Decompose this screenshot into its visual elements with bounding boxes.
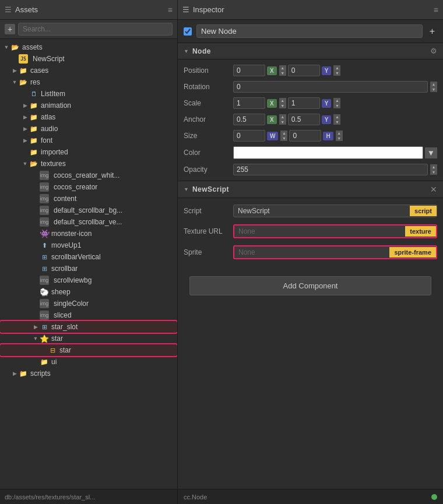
scale-x-down[interactable]: ▼ [279,103,286,108]
size-w-input[interactable] [233,130,265,142]
arrow-audio[interactable] [21,126,29,132]
anchor-y-input[interactable] [288,114,320,125]
tree-item-cocos1[interactable]: img cocos_creator_whit... [0,170,177,181]
tree-item-res[interactable]: 📂 res [0,76,177,88]
inspector-menu-icon[interactable]: ≡ [434,5,438,15]
sprite-badge[interactable]: sprite-frame [389,247,436,258]
tree-item-sliced[interactable]: img sliced [0,309,177,321]
scale-y-up[interactable]: ▲ [333,98,340,103]
size-w-down[interactable]: ▼ [280,136,287,141]
opacity-up[interactable]: ▲ [430,164,437,170]
tree-item-ui[interactable]: 📁 ui [0,356,177,368]
position-x-down[interactable]: ▼ [279,71,286,76]
size-value: W ▲ ▼ H ▲ ▼ [233,130,437,142]
tree-item-listitem[interactable]: 🗒 ListItem [0,88,177,100]
scale-x-up[interactable]: ▲ [279,98,286,103]
tree-item-assets[interactable]: 📂 assets [0,41,177,53]
tree-item-atlas[interactable]: 📁 atlas [0,111,177,123]
item-label-textures: textures [41,160,66,168]
position-x-input[interactable] [233,65,265,76]
position-y-up[interactable]: ▲ [333,65,340,71]
img-icon-sliced: img [40,311,49,320]
tree-item-scrollbarvert[interactable]: ⊞ scrollbarVertical [0,251,177,263]
arrow-star-folder[interactable] [31,336,40,341]
size-h-input[interactable] [289,130,321,142]
texture-label: Texture URL [184,227,233,235]
inspector-content: ▼ Node ⚙ Position X ▲ ▼ [178,43,443,489]
tree-item-scripts[interactable]: 📁 scripts [0,368,177,379]
tree-item-singlecolor[interactable]: img singleColor [0,298,177,309]
tree-item-scrollbar[interactable]: ⊞ scrollbar [0,263,177,274]
color-dropdown-btn[interactable]: ▼ [425,147,437,158]
item-label-scrollbar-ve: default_scrollbar_ve... [54,218,122,226]
tree-item-animation[interactable]: 📁 animation [0,100,177,111]
node-section-gear-icon[interactable]: ⚙ [430,47,437,55]
node-section-arrow[interactable]: ▼ [184,48,189,54]
tree-item-newscript[interactable]: JS NewScript [0,53,177,65]
newscript-section-close-icon[interactable]: ✕ [430,185,437,194]
tree-item-scrollbar-ve[interactable]: img default_scrollbar_ve... [0,216,177,228]
size-w-up[interactable]: ▲ [280,131,287,136]
node-name-input[interactable] [196,24,423,38]
tree-item-star-slot[interactable]: ⊞ star_slot [0,321,177,333]
tree-item-scrollbar-bg[interactable]: img default_scrollbar_bg... [0,205,177,216]
folder-icon-cases: 📁 [19,66,28,75]
tree-item-font[interactable]: 📁 font [0,135,177,146]
anchor-x-input[interactable] [233,114,265,125]
folder-icon-animation: 📁 [29,101,38,110]
arrow-res[interactable] [10,79,19,85]
tree-item-cocos2[interactable]: img cocos_creator [0,181,177,193]
tree-item-cases[interactable]: 📁 cases [0,65,177,76]
tree-item-star-folder[interactable]: ⭐ star [0,333,177,344]
img-icon-singlecolor: img [40,299,49,308]
tree-item-monster[interactable]: 👾 monster-icon [0,228,177,239]
rotation-up[interactable]: ▲ [430,82,437,87]
arrow-star-slot[interactable] [31,324,40,330]
texture-badge[interactable]: texture [405,226,436,237]
tree-item-imported[interactable]: 📁 imported [0,146,177,158]
arrow-font[interactable] [21,138,29,143]
scale-y-down[interactable]: ▼ [333,103,340,108]
arrow-assets[interactable] [2,44,10,50]
opacity-down[interactable]: ▼ [430,170,437,175]
scale-x-input[interactable] [233,97,265,109]
position-y-down[interactable]: ▼ [333,71,340,76]
size-h-up[interactable]: ▲ [336,131,343,136]
tree-item-scrollviewbg[interactable]: img scrollviewbg [0,274,177,286]
scale-x-label: X [267,99,277,108]
assets-menu-icon[interactable]: ≡ [168,5,173,15]
arrow-textures[interactable] [21,161,29,167]
scale-y-input[interactable] [288,97,320,109]
inspector-panel: ☰ Inspector ≡ + ▼ Node ⚙ Position [178,0,443,504]
arrow-scripts[interactable] [10,371,19,376]
position-x-up[interactable]: ▲ [279,65,286,71]
rotation-down[interactable]: ▼ [430,87,437,92]
anchor-x-down[interactable]: ▼ [279,119,286,125]
tree-item-content[interactable]: img content [0,193,177,205]
item-label-moveup: moveUp1 [51,241,81,249]
newscript-section-arrow[interactable]: ▼ [184,186,189,192]
opacity-input[interactable] [233,164,428,175]
color-box[interactable] [233,146,423,159]
tree-item-moveup[interactable]: ⬆ moveUp1 [0,239,177,251]
add-component-button[interactable]: Add Component [189,276,431,295]
arrow-cases[interactable] [10,68,19,73]
node-active-checkbox[interactable] [184,27,192,36]
arrow-animation[interactable] [21,103,29,108]
arrow-atlas[interactable] [21,114,29,120]
anchor-x-up[interactable]: ▲ [279,114,286,119]
search-input[interactable] [18,23,173,36]
anchor-y-up[interactable]: ▲ [333,114,340,119]
size-h-down[interactable]: ▼ [336,136,343,141]
script-badge[interactable]: script [410,206,437,216]
anchor-y-down[interactable]: ▼ [333,119,340,125]
rotation-input[interactable] [233,81,428,93]
position-y-input[interactable] [288,65,320,76]
tree-item-sheep[interactable]: 🐑 sheep [0,286,177,298]
node-section-header: ▼ Node ⚙ [178,43,443,59]
inspector-add-node-button[interactable]: + [427,25,437,38]
tree-item-star-item[interactable]: ⊟ star [0,344,177,356]
tree-item-textures[interactable]: 📂 textures [0,158,177,170]
assets-add-button[interactable]: + [5,24,15,34]
tree-item-audio[interactable]: 📁 audio [0,123,177,135]
